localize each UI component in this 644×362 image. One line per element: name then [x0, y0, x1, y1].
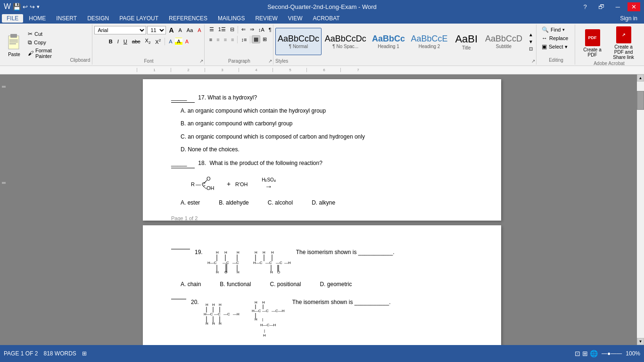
- tab-view[interactable]: VIEW: [283, 14, 307, 23]
- increase-indent-btn[interactable]: ⇒: [248, 25, 256, 33]
- borders-btn[interactable]: ⊞: [261, 35, 269, 43]
- print-layout-btn[interactable]: ⊡: [575, 350, 580, 357]
- style-heading2[interactable]: AaBbCcE Heading 2: [408, 28, 450, 55]
- svg-text:|: |: [262, 317, 263, 321]
- paste-button[interactable]: Paste: [4, 31, 25, 58]
- scroll-track[interactable]: [637, 82, 644, 338]
- bold-btn[interactable]: B: [107, 38, 115, 45]
- style-normal[interactable]: AaBbCcDc ¶ Normal: [275, 28, 322, 55]
- underline-btn[interactable]: U: [122, 38, 129, 45]
- help-btn[interactable]: ?: [580, 2, 591, 11]
- text-highlight-btn[interactable]: A: [175, 38, 182, 45]
- align-left-btn[interactable]: ≡: [207, 36, 214, 43]
- page-container[interactable]: _____ 17. What is a hydroxyl? A. an orga…: [7, 74, 637, 345]
- copy-button[interactable]: ⧉ Copy: [26, 39, 68, 46]
- show-marks-btn[interactable]: ¶: [267, 26, 273, 33]
- decrease-indent-btn[interactable]: ⇐: [239, 25, 248, 33]
- style-no-spacing[interactable]: AaBbCcDc ¶ No Spac...: [322, 28, 369, 55]
- font-selector[interactable]: Arial: [94, 26, 146, 34]
- layout-icon[interactable]: ⊞: [82, 350, 87, 357]
- style-subtitle-label: Subtitle: [496, 44, 512, 49]
- svg-text:H—C: H—C: [252, 309, 261, 313]
- para-group-arrow[interactable]: ↗: [268, 58, 272, 64]
- scroll-thumb[interactable]: [637, 91, 644, 110]
- font-color-btn[interactable]: A: [183, 38, 190, 45]
- style-heading1[interactable]: AaBbCc Heading 1: [370, 28, 408, 55]
- find-icon: 🔍: [542, 26, 549, 33]
- svg-text:H: H: [206, 321, 208, 326]
- style-title[interactable]: AaBI Title: [451, 28, 482, 55]
- scroll-down-btn[interactable]: ▼: [637, 338, 644, 345]
- align-center-btn[interactable]: ≡: [215, 36, 221, 43]
- style-no-spacing-label: ¶ No Spac...: [332, 44, 358, 49]
- style-subtitle[interactable]: AaBbCcD Subtitle: [483, 28, 525, 55]
- font-group-arrow[interactable]: ↗: [199, 58, 203, 64]
- line-spacing-btn[interactable]: ↕≡: [239, 36, 248, 43]
- sign-in-btn[interactable]: Sign in: [615, 14, 642, 23]
- find-btn[interactable]: 🔍 Find ▾: [540, 25, 572, 34]
- tab-insert[interactable]: INSERT: [51, 14, 82, 23]
- styles-row: AaBbCcDc ¶ Normal AaBbCcDc ¶ No Spac... …: [275, 25, 535, 58]
- font-grow-btn[interactable]: A: [167, 25, 175, 35]
- tab-references[interactable]: REFERENCES: [164, 14, 212, 23]
- zoom-slider[interactable]: —●——: [602, 350, 622, 357]
- styles-group-arrow[interactable]: ↗: [531, 58, 535, 64]
- font-group: Arial 11 A A Aa A B I U abc X2 X2 A A A …: [93, 25, 205, 65]
- change-case-btn[interactable]: Aa: [185, 26, 195, 34]
- tab-file[interactable]: FILE: [2, 14, 23, 23]
- align-right-btn[interactable]: ≡: [222, 36, 229, 43]
- tab-review[interactable]: REVIEW: [250, 14, 282, 23]
- svg-text:H: H: [219, 303, 222, 307]
- minimize-btn[interactable]: ─: [612, 2, 624, 11]
- italic-btn[interactable]: I: [116, 38, 121, 45]
- page-2[interactable]: 19. HH H—C —C —C O: [143, 225, 501, 345]
- quick-save-btn[interactable]: 💾: [13, 3, 21, 10]
- clear-format-btn[interactable]: A: [196, 26, 203, 34]
- styles-scroll-down[interactable]: ▼: [527, 38, 535, 45]
- tab-design[interactable]: DESIGN: [83, 14, 114, 23]
- restore-btn[interactable]: 🗗: [594, 2, 608, 11]
- q20-header: 20. HHH H—C —C —C —H HHH: [171, 299, 473, 341]
- page-1[interactable]: _____ 17. What is a hydroxyl? A. an orga…: [143, 79, 501, 221]
- style-title-preview: AaBI: [455, 33, 478, 45]
- close-btn[interactable]: ✕: [627, 2, 640, 11]
- quick-customize-btn[interactable]: ▾: [37, 4, 40, 10]
- multilevel-btn[interactable]: ⊟: [228, 25, 236, 33]
- tab-acrobat[interactable]: ACROBAT: [308, 14, 344, 23]
- ruler-6: 6: [306, 68, 340, 72]
- superscript-btn[interactable]: X2: [153, 37, 163, 46]
- full-reading-btn[interactable]: ⊞: [582, 350, 588, 357]
- justify-btn[interactable]: ≡: [229, 36, 236, 43]
- web-layout-btn[interactable]: 🌐: [590, 350, 598, 357]
- q19-mol1: HH H—C —C —C O HHH: [206, 249, 247, 277]
- find-label: Find: [551, 27, 561, 33]
- shading-btn[interactable]: ▦: [252, 35, 260, 43]
- scroll-up-btn[interactable]: ▲: [637, 74, 644, 82]
- replace-btn[interactable]: ↔ Replace: [540, 34, 572, 42]
- tab-page-layout[interactable]: PAGE LAYOUT: [115, 14, 163, 23]
- font-shrink-btn[interactable]: A: [177, 26, 184, 34]
- quick-undo-btn[interactable]: ↩: [23, 3, 28, 10]
- create-pdf-btn[interactable]: PDF Create a PDF: [579, 28, 606, 58]
- strikethrough-btn[interactable]: abc: [130, 38, 142, 45]
- subscript-btn[interactable]: X2: [143, 37, 153, 46]
- styles-scroll-up[interactable]: ▲: [527, 31, 535, 38]
- right-scrollbar[interactable]: ▲ ▼: [637, 74, 644, 345]
- q17-c-text: C. an organic compound which is composed…: [181, 133, 365, 140]
- share-link-btn[interactable]: ↗ Create a PDF and Share link: [608, 25, 639, 61]
- tab-home[interactable]: HOME: [24, 14, 50, 23]
- styles-more[interactable]: ⊡: [527, 45, 535, 52]
- quick-redo-btn[interactable]: ↪: [30, 3, 35, 10]
- q19-b: B. functional: [220, 281, 251, 288]
- cut-button[interactable]: ✂ Cut: [26, 30, 68, 38]
- select-btn[interactable]: ▣ Select ▾: [540, 42, 572, 51]
- tab-mailings[interactable]: MAILINGS: [213, 14, 249, 23]
- text-effects-btn[interactable]: A: [167, 38, 174, 45]
- format-painter-button[interactable]: 🖌 Format Painter: [26, 47, 68, 59]
- sort-btn[interactable]: ↕A: [256, 26, 266, 33]
- font-size-selector[interactable]: 11: [147, 26, 166, 34]
- bullets-btn[interactable]: ☰: [207, 25, 216, 33]
- numbering-btn[interactable]: 1☰: [216, 25, 228, 33]
- svg-text:—C: —C: [262, 309, 269, 313]
- svg-text:H: H: [237, 250, 239, 255]
